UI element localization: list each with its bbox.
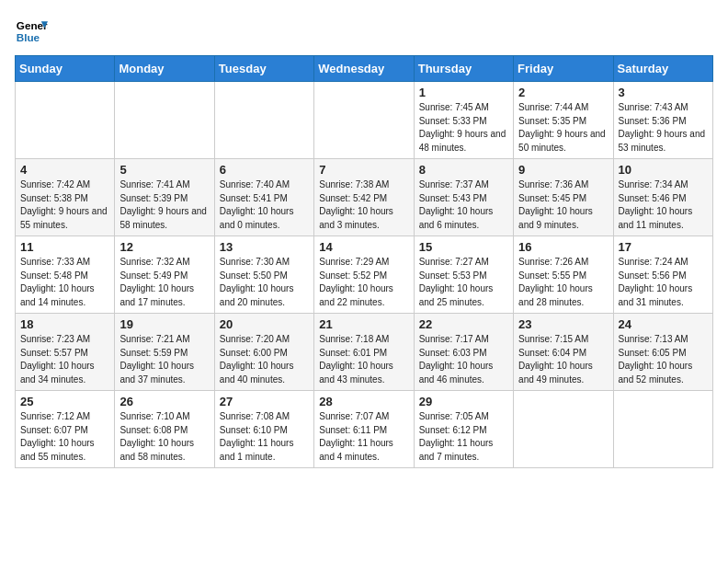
day-info: Sunrise: 7:05 AMSunset: 6:12 PMDaylight:…: [419, 410, 508, 464]
day-number: 15: [419, 240, 508, 254]
empty-cell: [214, 82, 313, 159]
empty-cell: [16, 82, 115, 159]
day-info: Sunrise: 7:23 AMSunset: 5:57 PMDaylight:…: [20, 333, 109, 386]
logo-icon: General Blue: [15, 15, 48, 48]
day-info: Sunrise: 7:12 AMSunset: 6:07 PMDaylight:…: [20, 410, 109, 464]
weekday-header-tuesday: Tuesday: [214, 56, 313, 82]
weekday-header-monday: Monday: [115, 56, 214, 82]
calendar-week-5: 25Sunrise: 7:12 AMSunset: 6:07 PMDayligh…: [16, 391, 713, 468]
day-number: 4: [20, 163, 109, 177]
day-number: 28: [319, 395, 408, 408]
day-number: 29: [419, 395, 508, 408]
calendar-day-28: 28Sunrise: 7:07 AMSunset: 6:11 PMDayligh…: [314, 391, 414, 468]
day-info: Sunrise: 7:41 AMSunset: 5:39 PMDaylight:…: [119, 178, 209, 232]
calendar-day-17: 17Sunrise: 7:24 AMSunset: 5:56 PMDayligh…: [613, 236, 712, 314]
calendar-week-4: 18Sunrise: 7:23 AMSunset: 5:57 PMDayligh…: [16, 314, 713, 391]
calendar-day-18: 18Sunrise: 7:23 AMSunset: 5:57 PMDayligh…: [16, 314, 115, 391]
calendar-day-15: 15Sunrise: 7:27 AMSunset: 5:53 PMDayligh…: [414, 236, 513, 314]
weekday-header-wednesday: Wednesday: [314, 56, 414, 82]
calendar-day-14: 14Sunrise: 7:29 AMSunset: 5:52 PMDayligh…: [314, 236, 414, 314]
svg-text:Blue: Blue: [17, 31, 40, 43]
day-info: Sunrise: 7:44 AMSunset: 5:35 PMDaylight:…: [518, 101, 608, 155]
calendar-day-6: 6Sunrise: 7:40 AMSunset: 5:41 PMDaylight…: [214, 159, 313, 236]
svg-text:General: General: [17, 19, 48, 31]
day-info: Sunrise: 7:21 AMSunset: 5:59 PMDaylight:…: [119, 333, 209, 386]
calendar-week-1: 1Sunrise: 7:45 AMSunset: 5:33 PMDaylight…: [16, 82, 713, 159]
weekday-header-sunday: Sunday: [16, 56, 115, 82]
page-header: General Blue: [15, 15, 713, 48]
day-info: Sunrise: 7:20 AMSunset: 6:00 PMDaylight:…: [220, 333, 309, 386]
day-number: 1: [419, 86, 508, 99]
day-info: Sunrise: 7:34 AMSunset: 5:46 PMDaylight:…: [619, 178, 708, 232]
day-number: 14: [319, 240, 408, 254]
calendar-day-8: 8Sunrise: 7:37 AMSunset: 5:43 PMDaylight…: [414, 159, 513, 236]
calendar-day-23: 23Sunrise: 7:15 AMSunset: 6:04 PMDayligh…: [514, 314, 613, 391]
calendar-day-27: 27Sunrise: 7:08 AMSunset: 6:10 PMDayligh…: [214, 391, 313, 468]
empty-cell: [115, 82, 214, 159]
day-info: Sunrise: 7:40 AMSunset: 5:41 PMDaylight:…: [220, 178, 309, 232]
day-info: Sunrise: 7:45 AMSunset: 5:33 PMDaylight:…: [419, 101, 508, 155]
day-number: 18: [20, 317, 109, 331]
day-number: 5: [119, 163, 209, 177]
day-info: Sunrise: 7:38 AMSunset: 5:42 PMDaylight:…: [319, 178, 408, 232]
day-info: Sunrise: 7:27 AMSunset: 5:53 PMDaylight:…: [419, 256, 508, 309]
calendar-week-3: 11Sunrise: 7:33 AMSunset: 5:48 PMDayligh…: [16, 236, 713, 314]
day-info: Sunrise: 7:07 AMSunset: 6:11 PMDaylight:…: [319, 410, 408, 464]
day-number: 2: [518, 86, 608, 99]
calendar-day-13: 13Sunrise: 7:30 AMSunset: 5:50 PMDayligh…: [214, 236, 313, 314]
calendar-day-26: 26Sunrise: 7:10 AMSunset: 6:08 PMDayligh…: [115, 391, 214, 468]
day-info: Sunrise: 7:17 AMSunset: 6:03 PMDaylight:…: [419, 333, 508, 386]
day-info: Sunrise: 7:13 AMSunset: 6:05 PMDaylight:…: [619, 333, 708, 386]
day-info: Sunrise: 7:32 AMSunset: 5:49 PMDaylight:…: [119, 256, 209, 309]
calendar-day-11: 11Sunrise: 7:33 AMSunset: 5:48 PMDayligh…: [16, 236, 115, 314]
day-info: Sunrise: 7:29 AMSunset: 5:52 PMDaylight:…: [319, 256, 408, 309]
calendar-day-9: 9Sunrise: 7:36 AMSunset: 5:45 PMDaylight…: [514, 159, 613, 236]
logo: General Blue: [15, 15, 48, 48]
calendar-day-22: 22Sunrise: 7:17 AMSunset: 6:03 PMDayligh…: [414, 314, 513, 391]
day-info: Sunrise: 7:43 AMSunset: 5:36 PMDaylight:…: [619, 101, 708, 155]
calendar-table: SundayMondayTuesdayWednesdayThursdayFrid…: [15, 55, 713, 468]
day-info: Sunrise: 7:15 AMSunset: 6:04 PMDaylight:…: [518, 333, 608, 386]
day-info: Sunrise: 7:08 AMSunset: 6:10 PMDaylight:…: [220, 410, 309, 464]
day-info: Sunrise: 7:30 AMSunset: 5:50 PMDaylight:…: [220, 256, 309, 309]
day-number: 19: [119, 317, 209, 331]
calendar-week-2: 4Sunrise: 7:42 AMSunset: 5:38 PMDaylight…: [16, 159, 713, 236]
day-info: Sunrise: 7:33 AMSunset: 5:48 PMDaylight:…: [20, 256, 109, 309]
day-number: 3: [619, 86, 708, 99]
day-number: 13: [220, 240, 309, 254]
day-number: 21: [319, 317, 408, 331]
calendar-day-5: 5Sunrise: 7:41 AMSunset: 5:39 PMDaylight…: [115, 159, 214, 236]
day-number: 8: [419, 163, 508, 177]
day-number: 17: [619, 240, 708, 254]
calendar-day-2: 2Sunrise: 7:44 AMSunset: 5:35 PMDaylight…: [514, 82, 613, 159]
day-number: 9: [518, 163, 608, 177]
calendar-day-25: 25Sunrise: 7:12 AMSunset: 6:07 PMDayligh…: [16, 391, 115, 468]
calendar-day-7: 7Sunrise: 7:38 AMSunset: 5:42 PMDaylight…: [314, 159, 414, 236]
weekday-header-thursday: Thursday: [414, 56, 513, 82]
calendar-day-19: 19Sunrise: 7:21 AMSunset: 5:59 PMDayligh…: [115, 314, 214, 391]
calendar-day-20: 20Sunrise: 7:20 AMSunset: 6:00 PMDayligh…: [214, 314, 313, 391]
day-number: 12: [119, 240, 209, 254]
day-number: 7: [319, 163, 408, 177]
calendar-day-10: 10Sunrise: 7:34 AMSunset: 5:46 PMDayligh…: [613, 159, 712, 236]
day-number: 11: [20, 240, 109, 254]
day-info: Sunrise: 7:18 AMSunset: 6:01 PMDaylight:…: [319, 333, 408, 386]
day-info: Sunrise: 7:24 AMSunset: 5:56 PMDaylight:…: [619, 256, 708, 309]
day-number: 25: [20, 395, 109, 408]
day-number: 26: [119, 395, 209, 408]
day-info: Sunrise: 7:37 AMSunset: 5:43 PMDaylight:…: [419, 178, 508, 232]
calendar-day-16: 16Sunrise: 7:26 AMSunset: 5:55 PMDayligh…: [514, 236, 613, 314]
calendar-day-3: 3Sunrise: 7:43 AMSunset: 5:36 PMDaylight…: [613, 82, 712, 159]
day-info: Sunrise: 7:10 AMSunset: 6:08 PMDaylight:…: [119, 410, 209, 464]
day-number: 23: [518, 317, 608, 331]
day-number: 16: [518, 240, 608, 254]
empty-cell: [314, 82, 414, 159]
day-info: Sunrise: 7:42 AMSunset: 5:38 PMDaylight:…: [20, 178, 109, 232]
calendar-day-21: 21Sunrise: 7:18 AMSunset: 6:01 PMDayligh…: [314, 314, 414, 391]
calendar-day-24: 24Sunrise: 7:13 AMSunset: 6:05 PMDayligh…: [613, 314, 712, 391]
empty-cell: [613, 391, 712, 468]
calendar-day-1: 1Sunrise: 7:45 AMSunset: 5:33 PMDaylight…: [414, 82, 513, 159]
day-info: Sunrise: 7:36 AMSunset: 5:45 PMDaylight:…: [518, 178, 608, 232]
day-number: 27: [220, 395, 309, 408]
day-number: 6: [220, 163, 309, 177]
